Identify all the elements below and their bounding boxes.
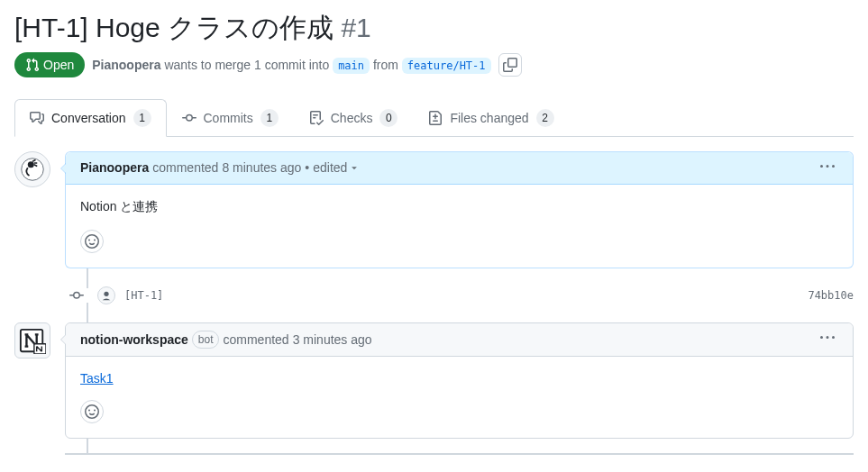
base-branch[interactable]: main: [333, 58, 370, 74]
timeline-comment: notion-workspace bot commented 3 minutes…: [14, 322, 854, 439]
tab-label: Commits: [204, 111, 253, 125]
comment-body: Task1: [66, 357, 853, 400]
state-badge: Open: [14, 52, 85, 77]
comment-header: Pianoopera commented 8 minutes ago • edi…: [66, 152, 853, 185]
checklist-icon: [309, 111, 324, 125]
edited-indicator[interactable]: edited: [313, 160, 360, 175]
tab-count: 0: [379, 109, 397, 127]
smiley-icon: [85, 404, 99, 419]
pr-header: [HT-1] Hoge クラスの作成 #1 Open Pianoopera wa…: [14, 11, 854, 85]
tab-conversation[interactable]: Conversation 1: [14, 99, 167, 137]
comment-box: Pianoopera commented 8 minutes ago • edi…: [65, 151, 854, 268]
comment-action: commented: [152, 160, 218, 175]
git-commit-icon: [69, 288, 84, 303]
tab-checks[interactable]: Checks 0: [294, 99, 414, 136]
bot-label: bot: [192, 331, 220, 349]
copy-icon: [503, 58, 517, 72]
notion-icon: [19, 327, 46, 354]
svg-point-0: [22, 158, 44, 180]
comment-time[interactable]: 3 minutes ago: [293, 332, 372, 347]
avatar[interactable]: [14, 151, 50, 187]
tab-commits[interactable]: Commits 1: [167, 99, 294, 136]
pr-title: [HT-1] Hoge クラスの作成 #1: [14, 11, 854, 45]
tab-count: 1: [133, 109, 151, 127]
comment-box: notion-workspace bot commented 3 minutes…: [65, 322, 854, 439]
tab-files[interactable]: Files changed 2: [413, 99, 569, 136]
pr-byline: Pianoopera wants to merge 1 commit into …: [92, 58, 490, 72]
timeline-comment: Pianoopera commented 8 minutes ago • edi…: [14, 151, 854, 268]
user-avatar-icon: [20, 157, 45, 182]
copy-branch-button[interactable]: [498, 53, 522, 77]
state-label: Open: [43, 58, 74, 72]
pr-meta: Open Pianoopera wants to merge 1 commit …: [14, 52, 854, 77]
comment-discussion-icon: [30, 111, 44, 125]
smiley-icon: [85, 234, 99, 249]
reaction-bar: [66, 400, 853, 438]
git-commit-icon: [182, 111, 196, 125]
comment-body: Notion と連携: [66, 185, 853, 230]
comment-time[interactable]: 8 minutes ago: [222, 160, 301, 175]
pr-author[interactable]: Pianoopera: [92, 58, 160, 72]
tab-count: 1: [260, 109, 279, 127]
user-avatar-icon: [100, 289, 113, 302]
file-diff-icon: [428, 111, 443, 125]
timeline-commit: [HT-1] 74bb10e: [14, 283, 854, 308]
commit-sha[interactable]: 74bb10e: [808, 289, 854, 302]
kebab-icon: [820, 331, 835, 345]
commit-message[interactable]: [HT-1]: [124, 289, 163, 302]
add-reaction-button[interactable]: [80, 400, 104, 423]
svg-point-1: [28, 161, 34, 168]
comment-author[interactable]: notion-workspace: [80, 332, 188, 347]
reaction-bar: [66, 230, 853, 268]
svg-point-2: [104, 291, 108, 295]
separator-dot: •: [305, 160, 309, 175]
tab-label: Conversation: [51, 111, 126, 125]
avatar[interactable]: [14, 322, 50, 359]
tab-count: 2: [536, 109, 554, 127]
commit-avatar[interactable]: [97, 286, 115, 304]
comment-menu-button[interactable]: [817, 159, 838, 177]
comment-header: notion-workspace bot commented 3 minutes…: [66, 323, 853, 357]
git-pull-request-icon: [25, 58, 40, 72]
tabnav: Conversation 1 Commits 1 Checks 0 Files …: [14, 99, 854, 137]
tab-label: Checks: [331, 111, 373, 125]
comment-author[interactable]: Pianoopera: [80, 160, 149, 175]
pr-title-text: [HT-1] Hoge クラスの作成: [14, 13, 333, 42]
pr-number: #1: [341, 13, 370, 42]
discussion-timeline: Pianoopera commented 8 minutes ago • edi…: [14, 151, 854, 455]
timeline-end-divider: [65, 453, 854, 455]
comment-action: commented: [223, 332, 288, 347]
head-branch[interactable]: feature/HT-1: [402, 58, 491, 74]
tab-label: Files changed: [450, 111, 528, 125]
kebab-icon: [820, 159, 835, 174]
comment-menu-button[interactable]: [817, 331, 838, 348]
triangle-down-icon: [349, 162, 360, 173]
notion-task-link[interactable]: Task1: [80, 371, 114, 386]
add-reaction-button[interactable]: [80, 230, 104, 253]
